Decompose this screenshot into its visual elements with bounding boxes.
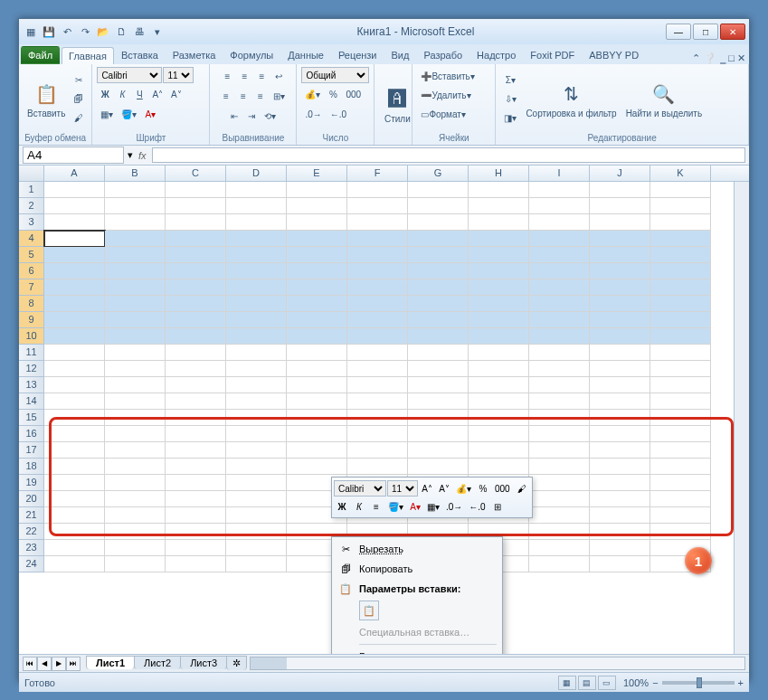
cell-C10[interactable] <box>166 328 226 345</box>
copy-icon[interactable]: 🗐 <box>71 90 87 109</box>
cell-C16[interactable] <box>166 426 226 442</box>
cell-H5[interactable] <box>469 247 529 263</box>
cell-B24[interactable] <box>105 556 166 572</box>
cell-B20[interactable] <box>105 491 166 507</box>
cell-A3[interactable] <box>44 214 105 231</box>
cell-C17[interactable] <box>166 442 226 459</box>
cell-F2[interactable] <box>347 198 408 214</box>
cell-D12[interactable] <box>226 361 287 377</box>
cell-C20[interactable] <box>166 491 226 507</box>
cell-C21[interactable] <box>166 507 226 524</box>
cell-B19[interactable] <box>105 475 166 491</box>
cell-G13[interactable] <box>408 377 469 393</box>
vertical-scrollbar[interactable] <box>734 182 749 654</box>
cell-F18[interactable] <box>347 459 408 475</box>
cell-H8[interactable] <box>469 296 529 312</box>
align-middle-icon[interactable]: ≡ <box>236 67 252 85</box>
clear-icon[interactable]: ◨▾ <box>500 109 520 128</box>
cell-C24[interactable] <box>166 556 226 572</box>
cell-A16[interactable] <box>44 426 105 442</box>
cell-F3[interactable] <box>347 214 408 231</box>
tab-file[interactable]: Файл <box>21 46 60 64</box>
cells-format-button[interactable]: ▭ Формат ▾ <box>417 105 490 123</box>
row-header-3[interactable]: 3 <box>19 214 44 231</box>
cell-K20[interactable] <box>650 491 711 507</box>
cells-insert-button[interactable]: ➕ Вставить ▾ <box>417 67 490 85</box>
cell-E9[interactable] <box>287 312 347 328</box>
col-header-A[interactable]: A <box>44 166 105 181</box>
cell-D11[interactable] <box>226 345 287 361</box>
redo-icon[interactable]: ↷ <box>77 24 93 40</box>
mini-dec-decimal-icon[interactable]: ←.0 <box>466 498 488 515</box>
sheet-tab-2[interactable]: Лист2 <box>134 656 181 669</box>
tab-foxit[interactable]: Foxit PDF <box>523 46 582 64</box>
cell-B21[interactable] <box>105 507 166 524</box>
cell-K1[interactable] <box>650 182 711 198</box>
cell-B10[interactable] <box>105 328 166 345</box>
row-header-14[interactable]: 14 <box>19 393 44 410</box>
col-header-K[interactable]: K <box>650 166 711 181</box>
cell-G10[interactable] <box>408 328 469 345</box>
indent-dec-icon[interactable]: ⇤ <box>226 107 242 125</box>
mini-merge-icon[interactable]: ⊞ <box>489 498 506 515</box>
cell-D17[interactable] <box>226 442 287 459</box>
cell-H9[interactable] <box>469 312 529 328</box>
cell-H3[interactable] <box>469 214 529 231</box>
cell-H6[interactable] <box>469 263 529 279</box>
cell-K9[interactable] <box>650 312 711 328</box>
accounting-icon[interactable]: 💰▾ <box>301 85 324 103</box>
align-left-icon[interactable]: ≡ <box>218 87 234 105</box>
cell-C4[interactable] <box>166 231 226 247</box>
cell-I15[interactable] <box>529 410 590 426</box>
cell-A8[interactable] <box>44 296 105 312</box>
cell-B18[interactable] <box>105 459 166 475</box>
row-header-2[interactable]: 2 <box>19 198 44 214</box>
maximize-button[interactable]: □ <box>693 24 718 40</box>
row-header-12[interactable]: 12 <box>19 361 44 377</box>
cell-H16[interactable] <box>469 426 529 442</box>
row-header-5[interactable]: 5 <box>19 247 44 263</box>
tab-abbyy[interactable]: ABBYY PD <box>582 46 646 64</box>
row-header-20[interactable]: 20 <box>19 491 44 507</box>
cell-C5[interactable] <box>166 247 226 263</box>
font-name-combo[interactable]: Calibri <box>97 67 162 83</box>
row-header-17[interactable]: 17 <box>19 442 44 459</box>
cell-B22[interactable] <box>105 524 166 540</box>
cell-A19[interactable] <box>44 475 105 491</box>
cell-D14[interactable] <box>226 393 287 410</box>
cell-F11[interactable] <box>347 345 408 361</box>
sheet-new-icon[interactable]: ✲ <box>226 656 247 670</box>
cell-D16[interactable] <box>226 426 287 442</box>
cell-K13[interactable] <box>650 377 711 393</box>
merge-icon[interactable]: ⊞▾ <box>270 87 289 105</box>
mini-accounting-icon[interactable]: 💰▾ <box>453 480 474 497</box>
cell-B8[interactable] <box>105 296 166 312</box>
cell-B1[interactable] <box>105 182 166 198</box>
align-bottom-icon[interactable]: ≡ <box>253 67 270 85</box>
cell-J15[interactable] <box>590 410 650 426</box>
cell-C22[interactable] <box>166 524 226 540</box>
cell-K14[interactable] <box>650 393 711 410</box>
cell-I5[interactable] <box>529 247 590 263</box>
qat-more-icon[interactable]: ▾ <box>149 24 166 40</box>
find-select-button[interactable]: 🔍 Найти и выделить <box>622 70 706 129</box>
cell-A18[interactable] <box>44 459 105 475</box>
cell-G18[interactable] <box>408 459 469 475</box>
cell-G9[interactable] <box>408 312 469 328</box>
cell-C19[interactable] <box>166 475 226 491</box>
cell-B14[interactable] <box>105 393 166 410</box>
cell-B11[interactable] <box>105 345 166 361</box>
cell-I11[interactable] <box>529 345 590 361</box>
cell-A6[interactable] <box>44 263 105 279</box>
cell-H11[interactable] <box>469 345 529 361</box>
cell-J3[interactable] <box>590 214 650 231</box>
cell-F16[interactable] <box>347 426 408 442</box>
cell-D4[interactable] <box>226 231 287 247</box>
font-size-combo[interactable]: 11 <box>163 67 194 83</box>
cell-H15[interactable] <box>469 410 529 426</box>
cell-K15[interactable] <box>650 410 711 426</box>
cell-B12[interactable] <box>105 361 166 377</box>
row-header-15[interactable]: 15 <box>19 410 44 426</box>
cell-K4[interactable] <box>650 231 711 247</box>
cell-D5[interactable] <box>226 247 287 263</box>
